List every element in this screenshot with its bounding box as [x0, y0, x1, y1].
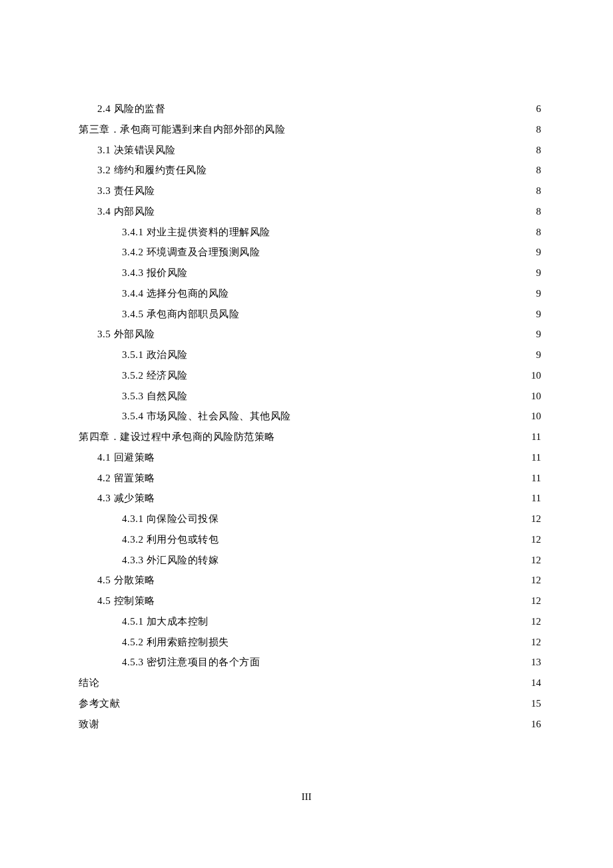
toc-entry: 4.5.2 利用索赔控制损失12	[79, 632, 541, 653]
dot-leader	[158, 573, 524, 583]
toc-entry-title: 第三章．承包商可能遇到来自内部外部的风险	[79, 119, 285, 140]
toc-entry-title: 3.1 决策错误风险	[97, 140, 176, 161]
toc-entry-title: 4.5 分散策略	[97, 570, 155, 591]
toc-entry-title: 3.4.3 报价风险	[122, 263, 188, 283]
toc-entry-page: 12	[526, 570, 541, 591]
dot-leader	[158, 451, 524, 461]
toc-entry: 4.5.1 加大成本控制12	[79, 611, 541, 632]
toc-entry-page: 10	[526, 386, 541, 407]
toc-entry-title: 3.5 外部风险	[97, 324, 155, 345]
toc-entry-page: 8	[526, 181, 541, 201]
dot-leader	[191, 369, 524, 379]
toc-entry-title: 4.3.3 外汇风险的转嫁	[122, 550, 219, 571]
toc-entry-title: 3.5.1 政治风险	[122, 345, 188, 365]
toc-entry-title: 3.4.1 对业主提供资料的理解风险	[122, 222, 271, 243]
dot-leader	[158, 491, 524, 501]
toc-entry-page: 12	[526, 529, 541, 550]
dot-leader	[191, 389, 524, 399]
toc-entry: 4.5 控制策略12	[79, 591, 541, 611]
toc-entry: 3.4 内部风险8	[79, 201, 541, 222]
dot-leader	[102, 676, 524, 686]
dot-leader	[158, 471, 524, 481]
toc-entry-page: 9	[526, 242, 541, 263]
dot-leader	[102, 717, 524, 727]
toc-entry-page: 11	[526, 488, 541, 509]
toc-entry-title: 4.5.3 密切注意项目的各个方面	[122, 652, 260, 673]
toc-entry-page: 9	[526, 283, 541, 304]
toc-entry-page: 8	[526, 160, 541, 181]
toc-entry-title: 4.5 控制策略	[97, 591, 155, 611]
toc-entry: 3.4.1 对业主提供资料的理解风险8	[79, 222, 541, 243]
toc-entry-page: 11	[526, 427, 541, 447]
dot-leader	[158, 327, 524, 337]
toc-entry-title: 3.4 内部风险	[97, 201, 155, 222]
toc-entry: 3.5.4 市场风险、社会风险、其他风险10	[79, 406, 541, 427]
dot-leader	[123, 697, 524, 707]
dot-leader	[273, 225, 524, 235]
dot-leader	[168, 102, 524, 112]
toc-entry-page: 8	[526, 140, 541, 161]
toc-entry: 2.4 风险的监督6	[79, 99, 541, 119]
dot-leader	[158, 184, 524, 194]
dot-leader	[232, 635, 524, 645]
toc-entry: 3.3 责任风险8	[79, 181, 541, 201]
dot-leader	[232, 287, 524, 297]
toc-entry: 4.3.1 向保险公司投保12	[79, 509, 541, 529]
toc-entry-page: 13	[526, 652, 541, 673]
dot-leader	[221, 533, 524, 543]
toc-entry-page: 10	[526, 365, 541, 386]
toc-entry-page: 8	[526, 201, 541, 222]
toc-entry-page: 12	[526, 611, 541, 632]
toc-entry-page: 16	[526, 714, 541, 735]
toc-entry-title: 3.2 缔约和履约责任风险	[97, 160, 207, 181]
toc-entry: 第三章．承包商可能遇到来自内部外部的风险8	[79, 119, 541, 140]
toc-entry-title: 致谢	[79, 714, 99, 735]
dot-leader	[263, 245, 524, 255]
toc-entry: 4.1 回避策略11	[79, 447, 541, 468]
toc-entry-title: 3.3 责任风险	[97, 181, 155, 201]
table-of-contents: 2.4 风险的监督6第三章．承包商可能遇到来自内部外部的风险83.1 决策错误风…	[79, 99, 541, 734]
toc-entry-page: 9	[526, 345, 541, 365]
toc-entry: 第四章．建设过程中承包商的风险防范策略11	[79, 427, 541, 447]
toc-entry: 致谢16	[79, 714, 541, 735]
toc-entry-page: 9	[526, 304, 541, 325]
toc-entry-title: 参考文献	[79, 693, 120, 714]
toc-entry: 3.4.4 选择分包商的风险9	[79, 283, 541, 304]
toc-entry: 4.3.2 利用分包或转包12	[79, 529, 541, 550]
toc-entry-title: 3.4.2 环境调查及合理预测风险	[122, 242, 260, 263]
toc-entry: 3.5.3 自然风险10	[79, 386, 541, 407]
toc-entry-page: 12	[526, 591, 541, 611]
page-number: III	[0, 791, 613, 803]
toc-entry-title: 第四章．建设过程中承包商的风险防范策略	[79, 427, 275, 447]
toc-entry-title: 3.5.2 经济风险	[122, 365, 188, 386]
toc-entry: 3.1 决策错误风险8	[79, 140, 541, 161]
dot-leader	[294, 409, 524, 419]
toc-entry-title: 结论	[79, 673, 99, 693]
dot-leader	[242, 307, 524, 317]
dot-leader	[158, 205, 524, 215]
toc-entry-page: 8	[526, 222, 541, 243]
toc-entry: 参考文献15	[79, 693, 541, 714]
toc-entry-page: 12	[526, 550, 541, 571]
toc-entry: 3.5.1 政治风险9	[79, 345, 541, 365]
toc-entry-title: 4.2 留置策略	[97, 468, 155, 489]
toc-entry-title: 3.5.4 市场风险、社会风险、其他风险	[122, 406, 291, 427]
toc-entry-title: 4.3 减少策略	[97, 488, 155, 509]
dot-leader	[211, 615, 524, 625]
toc-entry-title: 4.3.1 向保险公司投保	[122, 509, 219, 529]
dot-leader	[179, 143, 524, 153]
toc-entry-page: 15	[526, 693, 541, 714]
toc-entry-title: 3.4.4 选择分包商的风险	[122, 283, 229, 304]
toc-entry-title: 4.1 回避策略	[97, 447, 155, 468]
toc-entry: 3.5 外部风险9	[79, 324, 541, 345]
toc-entry: 4.5 分散策略12	[79, 570, 541, 591]
toc-entry-title: 3.4.5 承包商内部职员风险	[122, 304, 239, 325]
toc-entry: 3.2 缔约和履约责任风险8	[79, 160, 541, 181]
dot-leader	[158, 594, 524, 604]
toc-entry: 3.5.2 经济风险10	[79, 365, 541, 386]
dot-leader	[278, 430, 524, 440]
toc-entry-title: 3.5.3 自然风险	[122, 386, 188, 407]
toc-entry-page: 12	[526, 509, 541, 529]
toc-entry-page: 8	[526, 119, 541, 140]
toc-entry: 3.4.2 环境调查及合理预测风险9	[79, 242, 541, 263]
